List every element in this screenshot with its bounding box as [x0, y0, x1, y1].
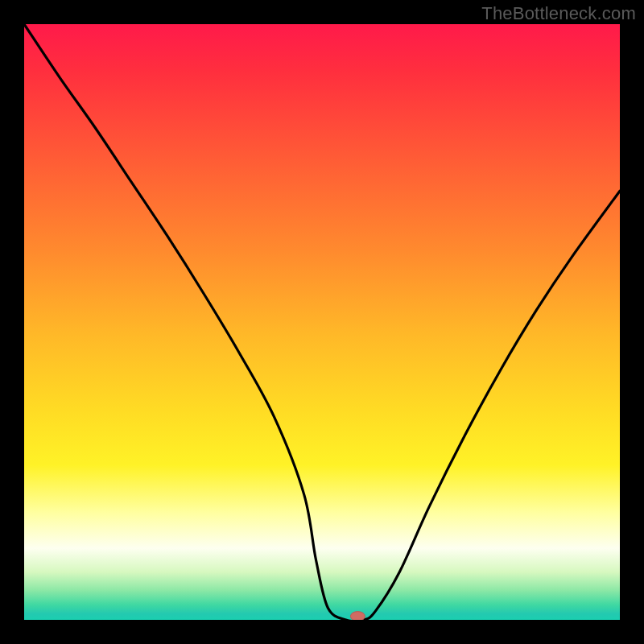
- chart-frame: TheBottleneck.com: [0, 0, 644, 644]
- plot-area: [24, 24, 620, 620]
- chart-svg: [24, 24, 620, 620]
- watermark-text: TheBottleneck.com: [481, 3, 636, 24]
- optimal-point-marker: [350, 612, 365, 620]
- bottleneck-curve-path: [24, 24, 620, 620]
